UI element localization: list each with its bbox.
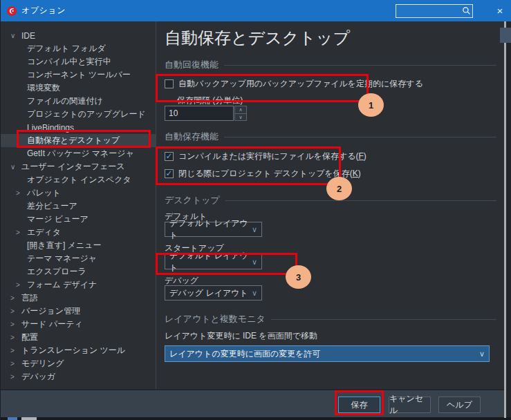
- tree-chevron-icon[interactable]: >: [16, 189, 27, 197]
- sidebar-item[interactable]: 差分ビューア: [1, 200, 156, 213]
- sidebar-item-label: コンポーネント ツールバー: [27, 69, 131, 81]
- interval-input[interactable]: [165, 106, 234, 121]
- sidebar-item-label: IDE: [21, 31, 35, 41]
- sidebar-item[interactable]: 自動保存とデスクトップ: [1, 134, 156, 147]
- tree-chevron-icon[interactable]: >: [10, 360, 21, 368]
- sidebar-item[interactable]: > モデリング: [1, 357, 156, 370]
- section-rule: [271, 319, 496, 320]
- app-icon: [6, 6, 17, 17]
- tree-chevron-icon[interactable]: ∨: [10, 163, 21, 171]
- options-dialog: オプション × ∨ IDE デフォルト フォルダ: [0, 0, 511, 420]
- sidebar-item[interactable]: デフォルト フォルダ: [1, 42, 156, 55]
- sidebar-item[interactable]: オブジェクト インスペクタ: [1, 173, 156, 187]
- section-auto-save: 自動保存機能: [165, 131, 496, 143]
- spin-down-icon[interactable]: ∨: [234, 114, 247, 122]
- save-desktop-row[interactable]: ✓ 閉じる際にプロジェクト デスクトップを保存(K): [165, 168, 361, 180]
- sidebar-item[interactable]: [開き直す] メニュー: [1, 239, 156, 252]
- window-gutter: [506, 21, 511, 417]
- tree-chevron-icon[interactable]: >: [10, 321, 21, 328]
- titlebar: オプション ×: [1, 0, 511, 21]
- layout-change-select[interactable]: レイアウトの変更時に画面の変更を許可∨: [165, 345, 490, 362]
- interval-spinner: ∧ ∨: [165, 106, 247, 121]
- save-on-compile-checkbox[interactable]: ✓: [165, 152, 174, 161]
- cancel-button[interactable]: キャンセル: [389, 397, 431, 413]
- section-rule: [225, 200, 496, 201]
- sidebar-item-label: 環境変数: [27, 82, 60, 94]
- search-input[interactable]: [396, 7, 460, 15]
- sidebar-item-label: エクスプローラ: [27, 266, 86, 278]
- sidebar-item[interactable]: GetIt パッケージ マネージャ: [1, 147, 156, 160]
- section-desktop: デスクトップ: [165, 194, 496, 207]
- tree-chevron-icon[interactable]: >: [16, 229, 27, 236]
- page-title: 自動保存とデスクトップ: [165, 27, 350, 49]
- dialog-body: ∨ IDE デフォルト フォルダ コンパイル中と実行中 コンポーネント ツールバ…: [1, 21, 511, 389]
- sidebar-item[interactable]: > バージョン管理: [1, 305, 156, 318]
- sidebar-item-label: オブジェクト インスペクタ: [27, 174, 131, 186]
- sidebar-item[interactable]: マージ ビューア: [1, 213, 156, 226]
- spin-up-icon[interactable]: ∧: [234, 106, 247, 114]
- backup-checkbox-row[interactable]: ✓ 自動バックアップ用のバックアップファイルを定期的に保存する: [165, 78, 423, 90]
- sidebar-item[interactable]: > 言語: [1, 292, 156, 305]
- chevron-down-icon: ∨: [252, 258, 257, 267]
- sidebar-item-label: プロジェクトのアップグレード: [27, 108, 146, 120]
- save-on-compile-label: コンパイルまたは実行時にファイルを保存する(F): [178, 151, 366, 162]
- debug-layout-select[interactable]: デバッグ レイアウト∨: [165, 285, 262, 300]
- close-button[interactable]: ×: [488, 0, 511, 21]
- sidebar-item[interactable]: > デバッガ: [1, 370, 156, 383]
- sidebar-item-label: デバッガ: [21, 371, 55, 383]
- sidebar-item[interactable]: > トランスレーション ツール: [1, 344, 156, 357]
- check-icon: ✓: [165, 169, 172, 178]
- sidebar-item-label: コンパイル中と実行中: [27, 56, 111, 68]
- sidebar-item[interactable]: コンパイル中と実行中: [1, 55, 156, 68]
- sidebar-item-label: デフォルト フォルダ: [27, 43, 106, 55]
- sidebar-item[interactable]: テーマ マネージャ: [1, 252, 156, 265]
- sidebar-item[interactable]: > パレット: [1, 187, 156, 200]
- sidebar-item[interactable]: ファイルの関連付け: [1, 95, 156, 108]
- sidebar-item-label: サード パーティ: [21, 318, 83, 330]
- startup-layout-select[interactable]: デフォルト レイアウト∨: [165, 254, 262, 269]
- chevron-down-icon: ∨: [479, 350, 485, 359]
- save-desktop-checkbox[interactable]: ✓: [165, 169, 174, 178]
- tree-chevron-icon[interactable]: >: [10, 373, 21, 381]
- save-button[interactable]: 保存: [338, 397, 380, 413]
- sidebar-item[interactable]: > 配置: [1, 331, 156, 344]
- tree-chevron-icon[interactable]: >: [10, 307, 21, 315]
- layout-move-label: レイアウト変更時に IDE を画面間で移動: [165, 330, 317, 342]
- sidebar-item-label: エディタ: [27, 227, 61, 238]
- default-layout-select[interactable]: デフォルト レイアウト∨: [165, 222, 262, 237]
- backup-checkbox[interactable]: ✓: [165, 79, 174, 88]
- options-tree: ∨ IDE デフォルト フォルダ コンパイル中と実行中 コンポーネント ツールバ…: [1, 21, 156, 389]
- sidebar-item[interactable]: エクスプローラ: [1, 265, 156, 278]
- tree-chevron-icon[interactable]: ∨: [10, 32, 21, 39]
- backup-checkbox-label: 自動バックアップ用のバックアップファイルを定期的に保存する: [178, 78, 423, 90]
- sidebar-item[interactable]: > サード パーティ: [1, 318, 156, 331]
- tree-chevron-icon[interactable]: >: [16, 281, 27, 289]
- tree-chevron-icon[interactable]: >: [10, 334, 21, 341]
- sidebar-item[interactable]: LiveBindings: [1, 121, 156, 134]
- tree-chevron-icon[interactable]: >: [10, 294, 21, 302]
- sidebar-item-label: マージ ビューア: [27, 213, 89, 225]
- sidebar-item-label: フォーム デザイナ: [27, 279, 97, 291]
- search-icon[interactable]: [460, 6, 472, 15]
- sidebar-item[interactable]: > エディタ: [1, 226, 156, 239]
- sidebar-item[interactable]: ∨ IDE: [1, 29, 156, 42]
- sidebar-item[interactable]: コンポーネント ツールバー: [1, 68, 156, 82]
- save-on-compile-row[interactable]: ✓ コンパイルまたは実行時にファイルを保存する(F): [165, 151, 366, 162]
- section-auto-recovery: 自動回復機能: [165, 59, 496, 71]
- sidebar-item-label: 言語: [21, 292, 38, 304]
- sidebar-item[interactable]: > フォーム デザイナ: [1, 278, 156, 292]
- window-border-right: [504, 21, 506, 418]
- window-title: オプション: [21, 5, 396, 17]
- screen-edge-strip: [1, 417, 511, 420]
- help-button[interactable]: ヘルプ: [438, 397, 481, 413]
- sidebar-item-label: バージョン管理: [21, 305, 80, 317]
- sidebar-item[interactable]: ∨ ユーザー インターフェース: [1, 160, 156, 173]
- footer-bar: 保存 キャンセル ヘルプ: [1, 389, 511, 417]
- sidebar-item[interactable]: 環境変数: [1, 82, 156, 95]
- section-rule: [224, 65, 496, 66]
- tree-chevron-icon[interactable]: >: [10, 347, 21, 354]
- section-rule: [224, 137, 496, 137]
- sidebar-item-label: パレット: [27, 187, 61, 199]
- scrollbar-thumb[interactable]: [500, 28, 511, 43]
- sidebar-item[interactable]: プロジェクトのアップグレード: [1, 108, 156, 121]
